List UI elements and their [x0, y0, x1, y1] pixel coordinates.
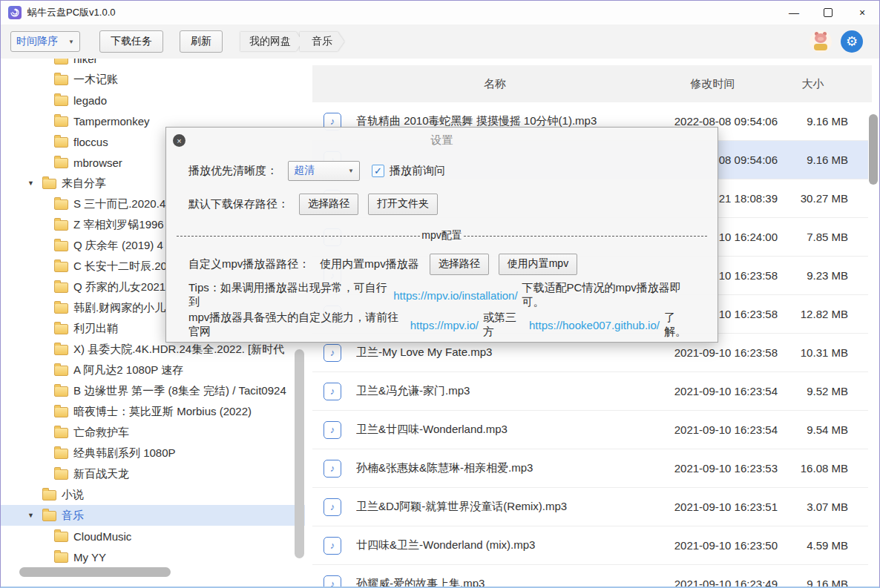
file-modified-time: 2021-09-10 16:23:51	[648, 501, 778, 513]
tree-item-label: S 三十而已.2020.4	[73, 197, 165, 211]
mpv-path-row: 自定义mpv播放器路径： 使用内置mpv播放器 选择路径 使用内置mpv	[188, 254, 695, 274]
folder-icon	[54, 532, 68, 542]
download-path-row: 默认下载保存路径： 选择路径 打开文件夹	[188, 194, 695, 214]
tree-item[interactable]: ▼ 亡命救护车	[1, 422, 305, 443]
column-header-modified[interactable]: 修改时间	[648, 77, 778, 91]
settings-button[interactable]: ⚙	[841, 30, 863, 53]
tree-item[interactable]: ▼ B 边缘世界 第一季 (8集全 完结) / Tacit0924	[1, 380, 305, 401]
expand-arrow-icon[interactable]: ▼	[27, 179, 42, 187]
title-bar: 蜗牛云盘PC版v1.0.0 — ×	[1, 1, 879, 24]
tree-item-label: floccus	[73, 136, 108, 148]
file-size: 30.27 MB	[778, 192, 848, 205]
table-row[interactable]: ♪ 卫兰&廿四味-Wonderland.mp3 2021-09-10 16:23…	[312, 411, 872, 449]
mpv-choose-path-button[interactable]: 选择路径	[430, 254, 489, 275]
sidebar-horizontal-scrollbar-thumb[interactable]	[19, 567, 171, 577]
sort-order-dropdown[interactable]: 时间降序 ▼	[10, 31, 80, 52]
sidebar-vertical-scrollbar-thumb[interactable]	[295, 349, 304, 558]
window-controls: — ×	[777, 1, 879, 24]
tree-item[interactable]: ▼ 小说	[1, 484, 305, 505]
breadcrumb-item[interactable]: 音乐	[300, 32, 344, 51]
file-size: 9.16 MB	[778, 153, 848, 166]
tree-item[interactable]: ▼ My YY	[1, 546, 305, 567]
file-modified-time: 2021-09-10 16:23:50	[648, 539, 778, 552]
quality-row: 播放优先清晰度： 超清 ▼ ✓ 播放前询问	[188, 160, 695, 181]
folder-icon	[54, 345, 68, 355]
file-modified-time: 2021-09-10 16:23:54	[648, 423, 778, 436]
column-header-name[interactable]: 名称	[312, 77, 648, 91]
tree-item[interactable]: ▼ 音乐	[1, 505, 305, 526]
table-row[interactable]: ♪ 卫兰&冯允谦-家门.mp3 2021-09-10 16:23:54 9.52…	[312, 372, 872, 411]
close-button[interactable]: ×	[845, 1, 879, 24]
tree-item[interactable]: ▼ CloudMusic	[1, 526, 305, 546]
ask-before-play-label: 播放前询问	[390, 164, 445, 178]
folder-icon	[54, 324, 68, 334]
file-size: 9.16 MB	[778, 115, 848, 128]
quality-dropdown[interactable]: 超清 ▼	[288, 161, 360, 181]
expand-arrow-icon[interactable]: ▼	[27, 512, 42, 519]
tree-item-label: X) 县委大院.4K.HDR.24集全.2022. [新时代	[73, 343, 284, 357]
tips-text-suffix: 下载适配PC情况的mpv播放器即可。	[522, 281, 695, 309]
mpv-thirdparty-link[interactable]: https://hooke007.github.io/	[529, 319, 660, 331]
ask-before-play-checkbox[interactable]: ✓	[372, 165, 384, 177]
file-modified-time: 2021-09-10 16:23:58	[648, 346, 778, 359]
tree-item-label: 一木记账	[73, 73, 118, 87]
download-path-label: 默认下载保存路径：	[188, 197, 289, 211]
table-row[interactable]: ♪ 卫兰&DJ阿颖-就算世界没童话(Remix).mp3 2021-09-10 …	[312, 488, 872, 526]
tree-item-label: B 边缘世界 第一季 (8集全 完结) / Tacit0924	[73, 384, 286, 398]
download-tasks-button[interactable]: 下载任务	[99, 30, 163, 53]
chevron-down-icon: ▼	[68, 39, 74, 45]
tree-item[interactable]: ▼ A 阿凡达2 1080P 速存	[1, 360, 305, 380]
choose-path-button[interactable]: 选择路径	[299, 194, 358, 215]
music-file-icon: ♪	[324, 344, 341, 362]
tree-item[interactable]: ▼ 一木记账	[1, 69, 305, 90]
folder-icon	[54, 283, 68, 293]
file-modified-time: 2022-08-08 09:54:06	[648, 115, 778, 128]
folder-icon	[54, 137, 68, 148]
mpv-builtin-button[interactable]: 使用内置mpv	[499, 254, 577, 275]
quality-value: 超清	[294, 164, 315, 177]
tree-item-label: hiker	[73, 59, 98, 65]
folder-icon	[54, 59, 68, 65]
file-modified-time: 2021-09-10 16:23:54	[648, 385, 778, 397]
column-header-size[interactable]: 大小	[778, 77, 848, 91]
file-name: 卫兰-My Love My Fate.mp3	[356, 346, 648, 360]
file-size: 9.52 MB	[778, 385, 848, 397]
breadcrumb-item[interactable]: 我的网盘	[240, 32, 303, 51]
avatar[interactable]	[810, 30, 832, 53]
tree-item[interactable]: ▼ legado	[1, 90, 305, 110]
tree-item[interactable]: ▼ 新百战天龙	[1, 463, 305, 484]
file-modified-time: 2021-09-10 16:23:53	[648, 462, 778, 475]
mpv-official-link[interactable]: https://mpv.io/	[410, 319, 479, 331]
folder-icon	[42, 179, 56, 189]
tree-item[interactable]: ▼ 暗夜博士：莫比亚斯 Morbius (2022)	[1, 401, 305, 422]
tree-item-label: mbrowser	[73, 156, 122, 169]
tree-item-label: A 阿凡达2 1080P 速存	[73, 363, 183, 377]
tree-item-label: 小说	[62, 488, 84, 502]
table-row[interactable]: ♪ 孙楠&张惠妹&陈慧琳-相亲相爱.mp3 2021-09-10 16:23:5…	[312, 449, 872, 488]
gear-icon: ⚙	[846, 35, 858, 48]
tree-item-label: 利刃出鞘	[73, 322, 118, 336]
folder-icon	[54, 552, 68, 563]
app-window: 蜗牛云盘PC版v1.0.0 — × 时间降序 ▼ 下载任务 刷新 我的网盘音乐 …	[0, 0, 880, 588]
file-size: 16.08 MB	[778, 462, 848, 475]
folder-icon	[54, 303, 68, 314]
check-icon: ✓	[374, 165, 382, 176]
mpv-installation-link[interactable]: https://mpv.io/installation/	[393, 289, 517, 302]
folder-icon	[54, 366, 68, 376]
refresh-button[interactable]: 刷新	[180, 30, 223, 53]
open-folder-button[interactable]: 打开文件夹	[368, 194, 438, 215]
chevron-down-icon: ▼	[348, 168, 354, 174]
music-file-icon: ♪	[324, 575, 341, 587]
tree-item[interactable]: ▼ hiker	[1, 59, 305, 69]
quality-label: 播放优先清晰度：	[188, 164, 278, 178]
maximize-button[interactable]	[811, 1, 845, 24]
folder-icon	[54, 262, 68, 272]
minimize-button[interactable]: —	[777, 1, 811, 24]
list-scrollbar-track[interactable]	[868, 108, 879, 588]
table-row[interactable]: ♪ 孙耀威-爱的故事上集.mp3 2021-09-10 16:23:49 9.1…	[312, 565, 872, 587]
table-row[interactable]: ♪ 廿四味&卫兰-Wonderland (mix).mp3 2021-09-10…	[312, 526, 872, 565]
list-scrollbar-thumb[interactable]	[869, 114, 878, 185]
folder-icon	[54, 96, 68, 106]
tree-item[interactable]: ▼ 经典韩剧系列 1080P	[1, 443, 305, 463]
about-row: mpv播放器具备强大的自定义能力，请前往官网 https://mpv.io/ 或…	[188, 314, 695, 335]
